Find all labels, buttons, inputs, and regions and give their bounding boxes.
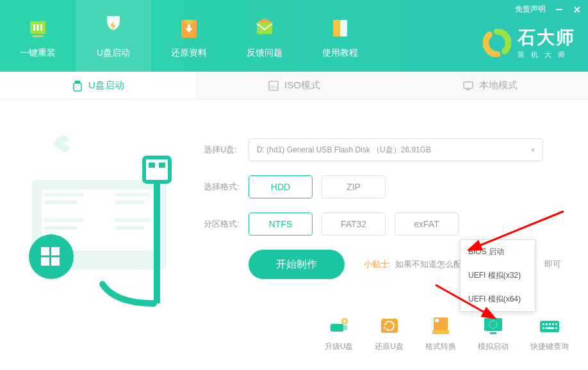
action-label: 模拟启动 (478, 341, 509, 352)
app-logo: 石大师 装机大师 (483, 26, 575, 60)
svg-rect-36 (331, 324, 343, 332)
svg-rect-2 (37, 24, 39, 31)
keyboard-icon (537, 316, 562, 336)
svg-rect-28 (41, 247, 49, 255)
convert-icon (429, 316, 453, 336)
svg-rect-52 (543, 327, 544, 329)
nav-label: 一键重装 (20, 47, 56, 59)
boot-mode-popup: BIOS 启动 UEFI 模拟(x32) UEFI 模拟(x64) (460, 239, 535, 312)
svg-rect-41 (435, 319, 439, 322)
action-upgrade-usb[interactable]: 升级U盘 (325, 316, 354, 352)
nav-usb-boot[interactable]: U盘启动 (76, 0, 151, 72)
action-label: 格式转换 (425, 341, 456, 352)
svg-rect-22 (115, 200, 144, 204)
partition-fat32-button[interactable]: FAT32 (322, 213, 386, 236)
tip-suffix: 即可 (544, 259, 561, 270)
popup-uefi-x32[interactable]: UEFI 模拟(x32) (461, 264, 535, 287)
tab-label: ISO模式 (284, 79, 320, 92)
svg-rect-20 (45, 200, 77, 204)
svg-point-27 (29, 234, 74, 279)
svg-rect-12 (74, 83, 81, 91)
nav-label: 使用教程 (322, 47, 358, 59)
svg-rect-51 (555, 323, 557, 325)
monitor-icon (462, 80, 474, 92)
svg-rect-33 (149, 163, 155, 168)
bottom-actions: 升级U盘 还原U盘 格式转换 模拟启动 快捷键查询 (325, 316, 569, 352)
action-format-convert[interactable]: 格式转换 (425, 316, 456, 352)
nav-label: U盘启动 (97, 47, 130, 59)
svg-rect-16 (466, 89, 470, 90)
restore-usb-icon (377, 316, 402, 336)
usb-boot-icon (99, 13, 128, 42)
window-controls: 免责声明 (515, 4, 582, 15)
nav-tutorial[interactable]: 使用教程 (302, 0, 378, 72)
start-button[interactable]: 开始制作 (249, 250, 345, 279)
svg-rect-45 (490, 332, 496, 334)
svg-rect-9 (340, 20, 347, 36)
format-zip-button[interactable]: ZIP (322, 175, 386, 198)
tab-iso-mode[interactable]: ISO ISO模式 (196, 72, 392, 99)
logo-icon (483, 29, 511, 57)
disclaimer-link[interactable]: 免责声明 (515, 4, 546, 15)
nav-restore[interactable]: 还原资料 (151, 0, 227, 72)
tab-local-mode[interactable]: 本地模式 (392, 72, 588, 99)
svg-rect-29 (51, 247, 60, 255)
mode-tabs: U盘启动 ISO ISO模式 本地模式 (0, 72, 588, 100)
svg-rect-6 (185, 20, 193, 24)
svg-rect-48 (546, 323, 548, 325)
svg-rect-10 (556, 9, 562, 10)
tip-label: 小贴士: (364, 259, 391, 270)
svg-text:ISO: ISO (270, 85, 277, 89)
partition-ntfs-button[interactable]: NTFS (249, 213, 313, 236)
svg-rect-31 (51, 257, 60, 266)
iso-icon: ISO (268, 80, 279, 92)
tab-usb-boot[interactable]: U盘启动 (0, 72, 196, 99)
svg-rect-26 (115, 226, 144, 230)
disk-label: 选择U盘: (204, 144, 249, 156)
format-label: 选择格式: (204, 181, 249, 193)
popup-bios-boot[interactable]: BIOS 启动 (461, 240, 535, 264)
svg-rect-1 (33, 24, 35, 31)
close-button[interactable] (573, 5, 582, 14)
format-hdd-button[interactable]: HDD (249, 175, 313, 198)
tab-label: 本地模式 (479, 79, 518, 92)
svg-rect-7 (257, 22, 272, 34)
action-label: 快捷键查询 (530, 341, 569, 352)
simulate-icon (481, 316, 505, 336)
action-label: 还原U盘 (375, 341, 404, 352)
nav-reinstall[interactable]: 一键重装 (0, 0, 76, 72)
nav-feedback[interactable]: 反馈问题 (227, 0, 302, 72)
usb-icon (72, 80, 83, 92)
disk-value: D: (hd1) General USB Flash Disk （U盘）26.9… (257, 145, 431, 156)
logo-sub: 装机大师 (518, 50, 575, 60)
svg-rect-24 (45, 226, 77, 230)
app-header: 一键重装 U盘启动 还原资料 反馈问题 使用教程 免责声明 石大师 装机大师 (0, 0, 588, 72)
svg-rect-19 (45, 193, 83, 197)
feedback-icon (250, 13, 279, 42)
svg-rect-42 (432, 330, 449, 334)
reinstall-icon (23, 13, 53, 42)
svg-rect-8 (333, 20, 340, 36)
partition-label: 分区格式: (204, 218, 249, 230)
svg-rect-30 (41, 257, 49, 266)
popup-uefi-x64[interactable]: UEFI 模拟(x64) (461, 287, 535, 311)
action-shortcut-query[interactable]: 快捷键查询 (530, 316, 569, 352)
minimize-button[interactable] (555, 5, 564, 14)
svg-rect-49 (549, 323, 551, 325)
svg-rect-32 (144, 157, 170, 182)
upgrade-icon (327, 316, 351, 336)
disk-select[interactable]: D: (hd1) General USB Flash Disk （U盘）26.9… (249, 138, 543, 161)
svg-rect-53 (546, 327, 554, 329)
tutorial-icon (325, 13, 355, 42)
tip-text: 如果不知道怎么配置 (395, 259, 470, 270)
logo-main: 石大师 (518, 26, 575, 50)
svg-rect-25 (115, 218, 151, 222)
action-restore-usb[interactable]: 还原U盘 (375, 316, 404, 352)
partition-exfat-button[interactable]: exFAT (395, 213, 459, 236)
chevron-down-icon: ▾ (531, 145, 535, 154)
svg-rect-4 (33, 35, 43, 37)
svg-rect-23 (45, 218, 83, 222)
action-simulate-boot[interactable]: 模拟启动 (478, 316, 509, 352)
svg-rect-37 (343, 325, 347, 330)
svg-rect-34 (159, 163, 165, 168)
